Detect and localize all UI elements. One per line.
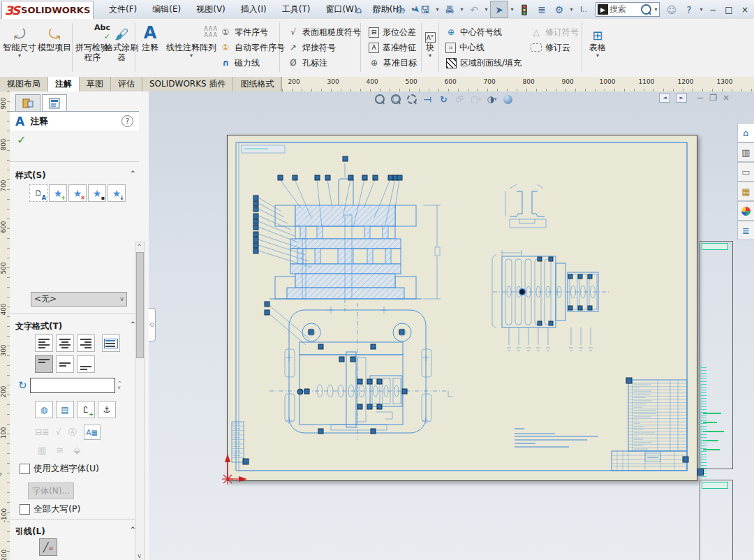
smart-dimension-caret-icon[interactable]: ▾ [1,52,38,59]
apply-default-style-button[interactable]: 🗋A [29,184,47,202]
scroll-down-arrow[interactable]: v [135,552,143,560]
search-caret-icon[interactable]: ▾ [653,6,659,13]
align-middle-button[interactable] [56,355,74,373]
align-top-button[interactable] [35,355,53,373]
surface-finish-button[interactable]: √表面粗糙度符号 [288,24,361,40]
doc-minimize-button[interactable]: − [697,93,704,103]
tab-addins[interactable]: SOLIDWORKS 插件 [142,77,233,91]
menu-insert[interactable]: 插入(I) [233,0,274,19]
print-icon[interactable]: 🖶 [441,1,458,17]
justify-button[interactable] [102,334,120,352]
align-bottom-button[interactable] [77,355,95,373]
style-dropdown[interactable]: <无> v [31,292,127,307]
linear-note-pattern-button[interactable]: AAAAAA 线性注释阵列 ▾ [165,22,218,59]
anchor-button[interactable]: ⚓ [98,401,116,418]
zoom-fit-icon[interactable] [374,94,385,105]
undo-icon[interactable]: ↶ [466,1,482,17]
doc-nav-right-icon[interactable]: ► [676,93,687,103]
graphics-area[interactable]: ⟞ ↻ 🗗 ▢▾ ◑▾ ◄ ► − ❐ × [149,91,754,560]
tab-view-layout[interactable]: 视图布局 [0,77,48,91]
balloon-button[interactable]: ①零件序号 [220,24,285,40]
model-items-button[interactable]: ⤿ 模型项目 [36,22,73,52]
load-style-button[interactable]: ★↓ [108,184,126,202]
appearances-tab[interactable] [737,201,754,221]
resources-home-tab[interactable]: ⌂ [737,123,754,142]
menu-edit[interactable]: 编辑(E) [145,0,188,19]
design-library-tab[interactable]: ▥ [737,142,754,162]
block-caret-icon[interactable]: ▾ [422,52,438,59]
tab-annotation[interactable]: 注解 [48,77,80,91]
weld-symbol-button[interactable]: ↗焊接符号 [288,40,361,55]
panel-flyout-handle[interactable] [149,308,156,341]
tables-button[interactable]: ⊞ 表格 ▾ [585,22,610,59]
menu-view[interactable]: 视图(V) [188,0,233,19]
panel-help-icon[interactable]: ? [121,115,133,127]
panel-scrollbar[interactable]: ^ v [135,242,145,560]
style-section-header[interactable]: 样式(S) ^ [15,170,135,181]
link-to-property-button[interactable]: ▤ [56,401,74,418]
options-caret-icon[interactable]: ▾ [568,6,575,13]
minimize-button[interactable]: − [705,2,720,17]
centerline-button[interactable]: ⌗中心线 [445,40,522,55]
scrollbar-thumb[interactable] [136,252,144,358]
collapse-chevron-icon[interactable]: ^ [130,170,135,181]
area-hatch-button[interactable]: 区域剖面线/填充 [445,55,522,71]
checkbox-icon[interactable] [20,504,30,515]
open-caret-icon[interactable]: ▾ [410,6,416,13]
search-box[interactable]: ▶ 搜索 ▾ [596,2,660,17]
units-icon[interactable]: I.. [575,1,592,17]
revision-cloud-button[interactable]: 修订云 [531,40,579,55]
hole-callout-button[interactable]: Ø孔标注 [288,55,361,71]
undo-caret-icon[interactable]: ▾ [483,6,489,13]
doc-nav-left-icon[interactable]: ◄ [659,93,670,103]
checkbox-icon[interactable] [20,464,30,474]
feature-manager-tab[interactable] [15,94,40,112]
menu-tools[interactable]: 工具(T) [274,0,318,19]
file-explorer-tab[interactable]: ▭ [737,162,754,182]
auto-balloon-button[interactable]: ①自动零件序号 [220,40,285,55]
align-left-button[interactable] [35,334,53,352]
no-leader-button[interactable]: ╱⊘ [39,538,57,556]
user-login-icon[interactable]: ☺ [663,1,680,17]
add-style-button[interactable]: ★+ [49,184,67,202]
help-icon[interactable]: ? [681,1,697,17]
custom-properties-tab[interactable]: ≣ [737,221,754,240]
maximize-button[interactable]: □ [721,2,737,17]
select-caret-icon[interactable]: ▾ [509,6,515,13]
linear-note-caret-icon[interactable]: ▾ [165,52,218,59]
view-palette-tab[interactable]: ▦ [737,182,754,201]
home-icon[interactable]: ⌂ [350,1,367,17]
format-painter-button[interactable]: 🖌 格式涂刷器 [103,22,140,62]
zoom-inout-icon[interactable] [406,94,417,105]
delete-style-button[interactable]: ★× [68,184,87,202]
magnetic-line-button[interactable]: ∩磁力线 [220,55,285,71]
options-gear-icon[interactable]: ⚙ [551,1,568,17]
save-icon[interactable]: 🖫 [417,1,434,17]
save-caret-icon[interactable]: ▾ [434,6,441,13]
scroll-up-arrow[interactable]: ^ [135,242,143,251]
file-properties-icon[interactable]: ≣ [533,1,550,17]
doc-restore-button[interactable]: ❐ [709,93,717,103]
block-button[interactable]: A° 块 ▾ [422,22,438,59]
help-caret-icon[interactable]: ▾ [698,6,704,13]
tab-evaluate[interactable]: 评估 [111,77,142,91]
search-input[interactable]: 搜索 [609,3,641,15]
rebuild-traffic-light-icon[interactable]: 🚦 [516,1,533,17]
open-icon[interactable]: 🗁 [392,1,409,17]
leader-section-header[interactable]: 引线(L) ^ [15,526,135,537]
note-table-button[interactable]: A▦ [84,425,101,440]
selection-handle[interactable] [697,469,704,476]
align-center-button[interactable] [56,334,74,352]
smart-dimension-button[interactable]: ⤾ 智能尺寸 ▾ [1,22,38,59]
ok-check-icon[interactable]: ✓ [17,133,26,147]
select-cursor-icon[interactable]: ➤ [490,1,508,18]
drawing-sheet[interactable] [227,135,697,481]
save-style-button[interactable]: ★▪ [88,184,106,202]
tab-sketch[interactable]: 草图 [80,77,111,91]
all-caps-checkbox[interactable]: 全部大写(P) [20,503,80,515]
angle-input[interactable] [30,378,115,393]
datum-feature-button[interactable]: A基准特征 [369,40,417,55]
tab-sheet-format[interactable]: 图纸格式 [233,77,281,91]
new-caret-icon[interactable]: ▾ [385,6,392,13]
text-format-section-header[interactable]: 文字格式(T) ^ [15,320,135,332]
